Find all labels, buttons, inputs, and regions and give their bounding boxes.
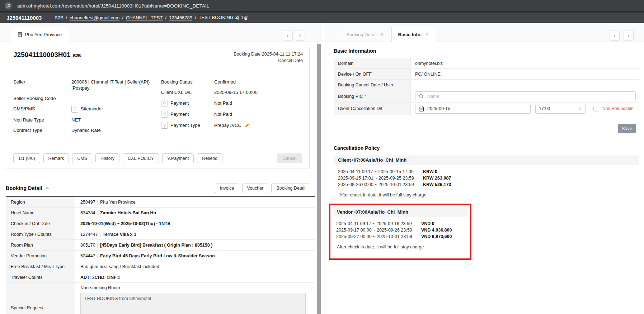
tab-phu-yen-province[interactable]: Phu Yen Province <box>10 27 69 42</box>
action-button-remark[interactable]: Remark <box>43 153 69 163</box>
info-row: Booking PIC* <box>334 90 639 103</box>
type-tag-icon: V <box>161 111 168 118</box>
table-row: Room Type / Counts1274447|Terrace Villa … <box>6 229 315 240</box>
pipe-separator: | <box>97 210 98 215</box>
field-row: Booking StatusConfirmed <box>161 79 302 85</box>
traveler-count-part: CHD <box>95 275 104 280</box>
policy-amount: KRW 263,087 <box>423 175 451 181</box>
booking-pic-input[interactable] <box>427 94 632 99</box>
time-value: 17:00 <box>539 106 550 111</box>
special-request-textarea[interactable] <box>80 293 306 314</box>
row-label: Special Request <box>6 283 75 314</box>
guest-name-label: TEST BOOKING 외 1명 <box>199 14 248 21</box>
site-settings-icon[interactable] <box>5 2 12 9</box>
row-label: Check in / Out Date <box>6 218 75 229</box>
url-text[interactable]: adm.ohmyhotel.com/reservation/hotel/J250… <box>17 3 209 9</box>
field-label: VPayment <box>161 111 214 118</box>
field-value-text: Not Paid <box>214 100 232 106</box>
table-row: Check in / Out Date2025-10-01(Wed) ~ 202… <box>6 218 315 229</box>
policy-amount: VND 0 <box>421 220 434 227</box>
doc-button-voucher[interactable]: Voucher <box>242 184 269 193</box>
vendor-policy-panel: Vendor+07:00Asia/Ho_Chi_Minh2025-04-11 0… <box>333 207 468 254</box>
card-actions: 1:1 (0/0) RemarkUMSHistoryCXL POLICYV.Pa… <box>13 153 302 163</box>
row-code: 634384 <box>80 210 95 215</box>
prev-tab-button[interactable]: ‹ <box>283 30 293 41</box>
booking-detail-toggle[interactable]: Booking Detail <box>6 185 49 191</box>
field-label: Client CXL D/L <box>161 89 214 95</box>
close-icon[interactable]: ✕ <box>425 32 428 37</box>
date-value: 2025-09-15 <box>427 106 450 111</box>
hotel-name-link[interactable]: Zannier Hotels Bai San Ho <box>100 210 156 215</box>
client-policy-panel: Client+07:00Asia/Ho_Chi_Minh2025-04-11 0… <box>334 155 639 198</box>
row-label: Room Plan <box>6 240 75 250</box>
type-tag-icon: V <box>161 122 168 129</box>
chevron-right-icon: › <box>627 32 629 39</box>
action-button-v-payment[interactable]: V.Payment <box>162 153 194 163</box>
info-value: ohmyhotel.biz <box>411 58 639 68</box>
close-icon[interactable]: ✕ <box>380 32 383 37</box>
non-refundable-checkbox[interactable] <box>593 106 599 111</box>
channel-email-link[interactable]: channeltest@gmail.com <box>70 15 119 20</box>
table-row: Vendor Promotion524447|Early Bird-45 Day… <box>6 251 315 261</box>
qna-label: 1:1 ( <box>18 156 27 161</box>
chevron-right-icon: › <box>299 32 301 39</box>
booking-code-title: J25041110003H01 <box>13 51 71 58</box>
field-label-text: Payment Type <box>170 122 200 128</box>
policy-body: 2025-04-11 09:17 ~ 2025-09-15 17:00KRW 0… <box>334 165 639 188</box>
action-button-ums[interactable]: UMS <box>72 153 92 163</box>
save-button[interactable]: Save <box>618 124 636 133</box>
cancellation-policy-title: Cancellation Policy <box>334 145 380 151</box>
basic-information-title: Basic Information <box>334 48 376 54</box>
pipe-separator: | <box>97 200 98 205</box>
required-asterisk: * <box>364 94 366 99</box>
doc-button-invoice[interactable]: Invoice <box>215 184 239 193</box>
field-value-text: 200006 | Channel IT Test | Seller(API) |… <box>71 79 150 91</box>
action-button-resend[interactable]: Resend <box>197 153 222 163</box>
field-label: VPayment Type <box>161 122 214 129</box>
policy-range: 2025-09-17 00:00 ~ 2025-09-26 23:59 <box>336 227 421 233</box>
row-value: Bao gồm bữa sáng / Breakfast included <box>75 261 315 272</box>
tab-basic-info[interactable]: Basic Info. ✕ <box>391 27 435 42</box>
type-tag-icon: C <box>71 106 78 113</box>
cancellation-date-input[interactable]: 2025-09-15 <box>415 104 531 114</box>
policy-row: 2025-04-11 09:17 ~ 2025-09-15 17:00KRW 0 <box>338 168 639 175</box>
vertical-scrollbar[interactable] <box>317 44 321 314</box>
tab-booking-detail[interactable]: Booking Detail ✕ <box>339 27 391 42</box>
qna-button[interactable]: 1:1 (0/0) <box>13 153 40 163</box>
field-value <box>71 95 155 101</box>
next-tab-button[interactable]: › <box>624 30 634 41</box>
info-label: Domain <box>334 58 411 68</box>
clear-icon[interactable]: ✕ <box>579 106 582 111</box>
policy-range: 2025-09-26 00:00 ~ 2025-10-01 23:59 <box>338 181 423 188</box>
document-buttons: InvoiceVoucherBooking Detail <box>215 184 315 193</box>
action-button-history[interactable]: History <box>95 153 119 163</box>
cancellation-time-input[interactable]: 17:00✕ <box>535 104 586 114</box>
next-tab-button[interactable]: › <box>295 30 305 41</box>
booking-detail-header: Booking Detail InvoiceVoucherBooking Det… <box>6 183 315 194</box>
field-value: CSiteminder <box>71 106 155 113</box>
row-value-text: [45Days Early Bird] Breakfast ( Origin P… <box>100 243 212 248</box>
channel-name-link[interactable]: CHANNEL_TEST <box>126 15 163 20</box>
traveler-count-part: :0 <box>117 275 120 280</box>
hotel-building-icon <box>18 32 22 37</box>
field-row: VPaymentNot Paid <box>161 111 302 118</box>
cancel-button[interactable]: Cancel <box>277 153 302 163</box>
prev-tab-button[interactable]: ‹ <box>610 30 620 41</box>
phone-number-link[interactable]: 123456789 <box>169 15 192 20</box>
booking-summary-card: J25041110003H01B2B Booking Date 2025-04-… <box>6 47 310 168</box>
row-code: 524447 <box>80 253 95 258</box>
row-code: 1274447 <box>80 232 98 237</box>
policy-amount: KRW 0 <box>423 168 437 175</box>
row-label: Traveler Counts <box>6 272 75 282</box>
policy-amount: KRW 526,173 <box>423 181 451 188</box>
action-button-cxl-policy[interactable]: CXL POLICY <box>123 153 159 163</box>
pipe-separator: | <box>97 253 98 258</box>
edit-payment-type-icon[interactable] <box>245 123 250 128</box>
right-tab-strip: Booking Detail ✕ Basic Info. ✕ ‹ › <box>325 23 644 42</box>
traveler-count-part: INF <box>109 275 117 280</box>
doc-button-booking-detail[interactable]: Booking Detail <box>271 184 310 193</box>
booking-number: J25041110003 <box>6 15 47 21</box>
channel-type-label: B2B <box>55 15 64 20</box>
card-fields-left: Seller200006 | Channel IT Test | Seller(… <box>13 79 161 138</box>
booking-pic-search[interactable] <box>415 91 636 101</box>
